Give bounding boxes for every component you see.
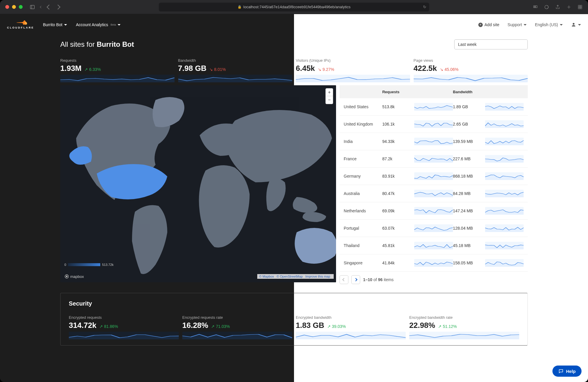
requests-cell: 63.07k bbox=[382, 226, 414, 231]
requests-cell: 45.81k bbox=[382, 243, 414, 248]
caret-down-icon bbox=[118, 24, 121, 26]
svg-rect-11 bbox=[580, 7, 582, 9]
maximize-window-icon[interactable] bbox=[19, 5, 23, 9]
caret-down-icon bbox=[578, 24, 581, 26]
svg-rect-4 bbox=[536, 6, 537, 8]
table-row[interactable]: Singapore 41.84k 158.05 MB bbox=[340, 254, 528, 272]
mapbox-link[interactable]: © Mapbox bbox=[259, 275, 274, 278]
zoom-out-button[interactable]: − bbox=[326, 96, 333, 104]
kpi-delta: 71.03% bbox=[211, 324, 230, 329]
new-tab-icon[interactable] bbox=[566, 4, 572, 10]
forward-button[interactable] bbox=[56, 4, 61, 9]
kpi-card: Requests 1.93M 6.33% bbox=[60, 58, 175, 82]
caret-down-icon bbox=[64, 24, 67, 26]
nav-controls bbox=[30, 4, 60, 10]
improve-map-link[interactable]: Improve this map bbox=[305, 275, 330, 278]
table-row[interactable]: Germany 83.91k 868.18 MB bbox=[340, 168, 528, 185]
kpi-card: Encrypted bandwidth 1.83 GB 39.03% bbox=[296, 315, 406, 339]
requests-sparkline bbox=[414, 242, 453, 249]
table-row[interactable]: Portugal 63.07k 128.04 MB bbox=[340, 220, 528, 237]
table-row[interactable]: Thailand 45.81k 45.18 MB bbox=[340, 237, 528, 254]
bandwidth-cell: 128.04 MB bbox=[453, 226, 485, 231]
requests-cell: 80.47k bbox=[382, 191, 414, 196]
kpi-value: 22.98% bbox=[409, 321, 435, 330]
back-button[interactable] bbox=[47, 4, 52, 9]
shield-icon[interactable] bbox=[544, 4, 549, 10]
sparkline bbox=[414, 75, 528, 82]
table-row[interactable]: United Kingdom 106.1k 2.65 GB bbox=[340, 116, 528, 133]
table-row[interactable]: India 94.33k 139.59 MB bbox=[340, 133, 528, 150]
logo-text: CLOUDFLARE bbox=[7, 26, 34, 29]
table-row[interactable]: Australia 80.47k 84.28 MB bbox=[340, 185, 528, 202]
account-analytics-dropdown[interactable]: Account Analytics Beta bbox=[76, 22, 121, 27]
time-range-select[interactable]: Last week bbox=[454, 39, 528, 49]
col-requests: Requests bbox=[382, 90, 414, 94]
caret-down-icon bbox=[524, 24, 527, 26]
sparkline bbox=[182, 332, 292, 339]
minimize-window-icon[interactable] bbox=[12, 5, 16, 9]
kpi-label: Encrypted requests bbox=[69, 315, 179, 320]
pager-prev-button[interactable] bbox=[340, 275, 348, 284]
bandwidth-sparkline bbox=[485, 190, 524, 197]
pager-text: 1–10 of 96 items bbox=[363, 277, 394, 282]
beta-badge: Beta bbox=[111, 23, 116, 26]
address-bar[interactable]: 🔒 localhost:7445/a67e14daa5f8cceeb91fe54… bbox=[159, 3, 429, 11]
country-table: Requests Bandwidth United States 513.8k … bbox=[340, 85, 528, 284]
table-row[interactable]: Netherlands 69.09k 147.24 MB bbox=[340, 202, 528, 220]
map-attribution: © Mapbox © OpenStreetMap Improve this ma… bbox=[257, 274, 334, 279]
help-fab[interactable]: Help bbox=[552, 366, 582, 377]
bandwidth-sparkline bbox=[485, 120, 524, 128]
table-row[interactable]: France 87.2k 227.6 MB bbox=[340, 150, 528, 168]
osm-link[interactable]: © OpenStreetMap bbox=[277, 275, 303, 278]
chat-icon bbox=[558, 368, 564, 374]
kpi-card: Bandwidth 7.98 GB 8.01% bbox=[178, 58, 293, 82]
sparkline bbox=[296, 332, 406, 339]
cloudflare-logo[interactable]: CLOUDFLARE bbox=[7, 20, 34, 29]
language-dropdown[interactable]: English (US) bbox=[535, 22, 563, 27]
kpi-card: Visitors (Unique IPs) 6.45k 9.27% bbox=[296, 58, 410, 82]
sidebar-icon[interactable] bbox=[30, 4, 35, 10]
kpi-value: 1.93M bbox=[60, 64, 81, 73]
lock-icon: 🔒 bbox=[238, 5, 242, 9]
mapbox-logo[interactable]: mapbox bbox=[64, 274, 84, 279]
table-header: Requests Bandwidth bbox=[340, 85, 528, 98]
bandwidth-sparkline bbox=[485, 242, 524, 249]
tabs-icon[interactable] bbox=[577, 4, 583, 10]
bandwidth-cell: 227.6 MB bbox=[453, 156, 485, 161]
bandwidth-cell: 45.18 MB bbox=[453, 243, 485, 248]
kpi-value: 6.45k bbox=[296, 64, 315, 73]
share-icon[interactable] bbox=[555, 4, 560, 10]
country-cell: France bbox=[344, 156, 382, 161]
requests-sparkline bbox=[414, 155, 453, 163]
support-dropdown[interactable]: Support bbox=[507, 22, 527, 27]
requests-sparkline bbox=[414, 172, 453, 180]
browser-window: 🔒 localhost:7445/a67e14daa5f8cceeb91fe54… bbox=[0, 0, 588, 382]
kpi-delta: 51.12% bbox=[438, 324, 457, 329]
bandwidth-cell: 147.24 MB bbox=[453, 208, 485, 213]
kpi-label: Encrypted bandwidth rate bbox=[409, 315, 519, 320]
requests-sparkline bbox=[414, 259, 453, 267]
kpi-card: Page views 422.5k 45.06% bbox=[414, 58, 528, 82]
site-selector[interactable]: Burrito Bot bbox=[43, 22, 67, 27]
requests-sparkline bbox=[414, 120, 453, 128]
sparkline bbox=[178, 75, 293, 82]
sparkline bbox=[296, 75, 410, 82]
kpi-delta: 39.03% bbox=[327, 324, 346, 329]
refresh-icon[interactable]: ↻ bbox=[423, 5, 426, 9]
pager-next-button[interactable] bbox=[351, 275, 360, 284]
dropdown-caret-icon[interactable] bbox=[40, 6, 42, 8]
world-map[interactable]: + − 0 513.72k mapbox © bbox=[60, 85, 336, 282]
close-window-icon[interactable] bbox=[5, 5, 9, 9]
svg-rect-3 bbox=[534, 7, 535, 8]
bandwidth-sparkline bbox=[485, 259, 524, 267]
kpi-card: Encrypted requests rate 16.28% 71.03% bbox=[182, 315, 292, 339]
reader-icon[interactable] bbox=[533, 4, 538, 10]
security-kpi-row: Encrypted requests 314.72k 81.86% Encryp… bbox=[69, 315, 519, 339]
country-cell: Germany bbox=[344, 174, 382, 179]
zoom-in-button[interactable]: + bbox=[326, 89, 333, 96]
table-row[interactable]: United States 513.8k 1.89 GB bbox=[340, 98, 528, 116]
country-cell: United Kingdom bbox=[344, 122, 382, 126]
account-menu[interactable] bbox=[571, 22, 581, 27]
requests-sparkline bbox=[414, 207, 453, 215]
add-site-button[interactable]: + Add site bbox=[478, 22, 500, 27]
